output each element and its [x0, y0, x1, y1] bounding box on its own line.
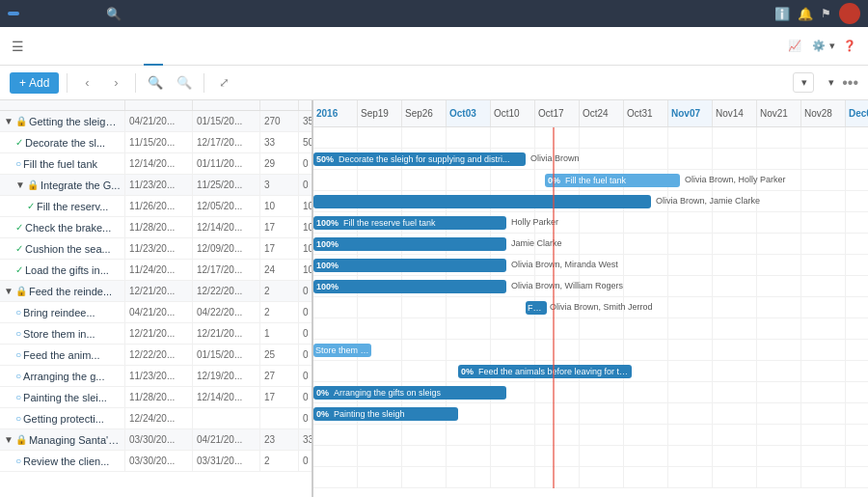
task-percent-cell: 100	[299, 238, 313, 259]
gantt-header-cell: 2016	[313, 100, 358, 126]
gantt-grid-cell	[402, 446, 447, 467]
gantt-grid-cell	[447, 425, 491, 446]
add-button[interactable]: + Add	[10, 72, 59, 94]
nav-reports[interactable]	[54, 12, 66, 15]
gantt-grid-cell	[313, 127, 358, 149]
view-options-button[interactable]: ▾	[793, 72, 814, 93]
gantt-grid-cell	[846, 467, 868, 488]
task-row[interactable]: ✓Check the brake...11/28/20...12/14/20..…	[0, 217, 312, 238]
task-row[interactable]: ○Painting the slei...11/28/20...12/14/20…	[0, 387, 312, 408]
zoom-in-icon[interactable]: 🔍	[144, 71, 167, 95]
gantt-bar[interactable]	[313, 195, 651, 208]
bell-icon[interactable]: 🔔	[798, 7, 813, 21]
avatar[interactable]	[839, 3, 860, 24]
gantt-bar[interactable]: 100%	[313, 237, 506, 251]
gantt-grid-cell	[580, 446, 624, 467]
task-row[interactable]: ✓Fill the reserv...11/26/20...12/05/20..…	[0, 196, 312, 217]
nav-everything[interactable]	[23, 12, 35, 15]
bar-percent-label: 0%	[458, 367, 476, 376]
gantt-date-cell: Oct03	[447, 100, 491, 126]
gantt-bar[interactable]: 100%Fill the reserve fuel tank	[313, 216, 506, 230]
task-row[interactable]: ▼🔒Integrate the G...11/23/20...11/25/20.…	[0, 175, 312, 196]
project-navigation: ☰ 📈 ⚙️ ▾ ❓	[0, 27, 868, 66]
gantt-grid-cell	[757, 255, 801, 276]
gantt-grid-cell	[846, 276, 868, 297]
tab-tasks[interactable]	[86, 27, 105, 66]
task-row[interactable]: ✓Load the gifts in...11/24/20...12/17/20…	[0, 260, 312, 281]
manage-button[interactable]: ⚙️ ▾	[812, 40, 835, 52]
gantt-grid-cell	[713, 234, 757, 255]
gantt-grid-cell	[846, 255, 868, 276]
prev-icon[interactable]: ‹	[75, 71, 98, 95]
project-nav-right: 📈 ⚙️ ▾ ❓	[788, 40, 856, 52]
gantt-grid-cell	[757, 467, 801, 488]
task-row[interactable]: ▼🔒Managing Santa's we...03/30/20...04/21…	[0, 429, 312, 451]
view-options-area: ▾ ▾ •••	[793, 72, 858, 93]
gantt-grid-cell	[402, 361, 447, 382]
search-icon[interactable]: 🔍	[100, 5, 127, 23]
gantt-bar[interactable]: 100%	[313, 280, 506, 293]
task-row[interactable]: ○Fill the fuel tank12/14/20...01/11/20..…	[0, 153, 312, 175]
task-row[interactable]: ○Feed the anim...12/22/20...01/15/20...2…	[0, 345, 312, 366]
task-percent-cell: 0	[299, 175, 313, 195]
tab-discussions[interactable]	[67, 27, 86, 66]
zoom-out-icon[interactable]: 🔍	[173, 71, 196, 95]
task-name-cell: ▼🔒Getting the sleigh ...	[0, 111, 125, 131]
gantt-grid-cell	[757, 234, 801, 255]
gantt-grid-cell	[801, 340, 846, 361]
gantt-grid-cell	[846, 446, 868, 467]
gantt-grid-cell	[713, 425, 757, 446]
task-row[interactable]: ○Getting protecti...12/24/20...0	[0, 408, 312, 429]
gantt-grid-cell	[491, 127, 535, 149]
assigned-button[interactable]: ▾	[822, 76, 834, 89]
tab-gantt[interactable]	[144, 27, 163, 66]
gantt-bar[interactable]: 100%	[313, 259, 506, 272]
gantt-grid-cell	[402, 340, 447, 361]
nav-me[interactable]	[85, 12, 96, 15]
task-label: Feed the reinde...	[29, 286, 112, 297]
task-row[interactable]: ▼🔒Feed the reinde...12/21/20...12/22/20.…	[0, 281, 312, 302]
task-duration-cell: 33	[260, 132, 299, 152]
gantt-panel: 2016Sep19Sep26Oct03Oct10Oct17Oct24Oct31N…	[313, 100, 868, 497]
task-label: Feed the anim...	[23, 349, 100, 361]
gantt-bar[interactable]: Store them in storage area	[313, 344, 371, 357]
gantt-bar[interactable]: 50%Decorate the sleigh for supplying and…	[313, 152, 526, 166]
tab-overview[interactable]	[47, 27, 67, 66]
gantt-bar[interactable]: 0%Painting the sleigh	[313, 407, 458, 421]
nav-calendars[interactable]	[39, 12, 50, 15]
gantt-date-cell: Oct31	[624, 100, 668, 126]
group-arrow-icon: ▼	[4, 286, 14, 296]
task-row[interactable]: ▼🔒Getting the sleigh ...04/21/20...01/15…	[0, 111, 312, 132]
task-row[interactable]: ✓Cushion the sea...11/23/20...12/09/20..…	[0, 238, 312, 260]
check-circle-icon: ✓	[27, 201, 35, 211]
task-row[interactable]: ✓Decorate the sl...11/15/20...12/17/20..…	[0, 132, 312, 153]
task-row[interactable]: ○Review the clien...03/30/20...03/31/20.…	[0, 451, 312, 472]
task-row[interactable]: ○Arranging the g...11/23/20...12/19/20..…	[0, 366, 312, 387]
gantt-bar[interactable]: 0%Feed the animals before leaving for th…	[458, 365, 632, 378]
task-name-cell: ✓Cushion the sea...	[0, 238, 125, 259]
gantt-bar[interactable]: 0%Arranging the gifts on sleigs	[313, 386, 506, 400]
gantt-grid-cell	[624, 318, 668, 340]
tab-calendar[interactable]	[105, 27, 124, 66]
gantt-grid-cell	[801, 170, 846, 191]
bar-percent-label: 100%	[313, 261, 341, 270]
hamburger-menu[interactable]: ☰	[12, 39, 24, 54]
task-row[interactable]: ○Bring reindee...04/21/20...04/22/20...2…	[0, 302, 312, 323]
next-icon[interactable]: ›	[104, 71, 127, 95]
tab-notes[interactable]	[124, 27, 144, 66]
help-button[interactable]: ❓	[843, 40, 856, 52]
task-duration-cell: 10	[260, 196, 299, 216]
gantt-grid-cell	[358, 361, 402, 382]
more-options-button[interactable]: •••	[842, 74, 858, 92]
nav-people[interactable]	[69, 12, 81, 15]
tab-time[interactable]	[182, 27, 202, 66]
header-start	[125, 100, 193, 110]
task-row[interactable]: ○Store them in...12/21/20...12/21/20...1…	[0, 323, 312, 345]
nav-projects[interactable]	[8, 12, 19, 15]
gantt-bar[interactable]: Feed the reindeer	[526, 301, 547, 315]
gantt-bar[interactable]: 0%Fill the fuel tank	[545, 174, 680, 187]
gantt-grid-cell	[491, 467, 535, 488]
expand-icon[interactable]: ⤢	[212, 71, 235, 95]
timeline-button[interactable]: 📈	[788, 40, 804, 52]
tab-files[interactable]	[163, 27, 182, 66]
